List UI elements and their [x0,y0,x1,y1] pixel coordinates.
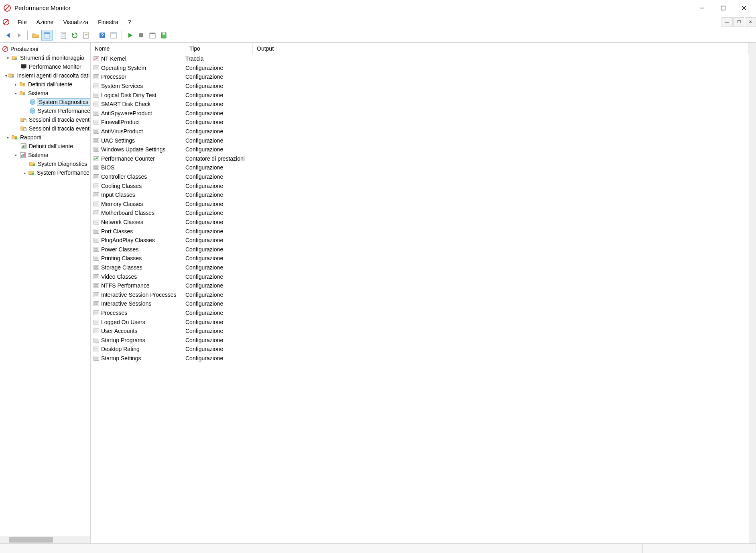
list-row[interactable]: Startup SettingsConfigurazione [91,354,749,363]
properties-button[interactable] [41,30,53,41]
tree-dcs[interactable]: ▾ Insiemi agenti di raccolta dati [0,71,90,80]
row-name: Startup Settings [101,355,141,361]
list-row[interactable]: Desktop RatingConfigurazione [91,345,749,354]
back-button[interactable] [2,30,14,41]
row-type: Configurazione [185,164,253,171]
list-row[interactable]: System ServicesConfigurazione [91,82,749,91]
row-type: Configurazione [185,119,253,125]
start-button[interactable] [124,30,136,41]
help-button[interactable] [97,30,108,41]
list-row[interactable]: NT KernelTraccia [91,54,749,63]
tree-user-defined[interactable]: ▸ Definiti dall'utente [0,80,90,89]
list-row[interactable]: Storage ClassesConfigurazione [91,263,749,272]
list-row[interactable]: Logged On UsersConfigurazione [91,317,749,326]
row-name: System Services [101,83,143,89]
column-header-type[interactable]: Tipo [185,43,253,54]
list-row[interactable]: NTFS PerformanceConfigurazione [91,281,749,290]
list-row[interactable]: Power ClassesConfigurazione [91,245,749,254]
tree-sys-perf[interactable]: System Performance [0,106,90,115]
config-icon [93,83,100,89]
list-row[interactable]: FirewallProductConfigurazione [91,118,749,127]
list-row[interactable]: AntiVirusProductConfigurazione [91,127,749,136]
menu-file[interactable]: File [13,17,32,27]
mdi-restore-button[interactable]: ❐ [733,17,744,27]
chevron-down-icon[interactable]: ▾ [4,135,11,140]
list-row[interactable]: Logical Disk Dirty TestConfigurazione [91,90,749,100]
row-type: Configurazione [185,65,253,71]
stop-button[interactable] [136,30,147,41]
list-row[interactable]: Cooling ClassesConfigurazione [91,181,749,190]
show-hide-tree-button[interactable] [30,30,41,41]
chevron-right-icon[interactable]: ▸ [12,82,19,87]
list-row[interactable]: Interactive SessionsConfigurazione [91,299,749,308]
tree-rep-system[interactable]: ▾ Sistema [0,151,90,159]
list-row[interactable]: Startup ProgramsConfigurazione [91,335,749,345]
tree-horizontal-scrollbar[interactable] [0,536,90,543]
list-row[interactable]: Network ClassesConfigurazione [91,218,749,227]
column-header-output[interactable]: Output [253,43,749,54]
list-row[interactable]: Memory ClassesConfigurazione [91,200,749,209]
tree-rep-perf[interactable]: ▸ System Performance [0,168,90,177]
list-row[interactable]: Performance CounterContatore di prestazi… [91,154,749,163]
column-header-name[interactable]: Nome [91,43,185,54]
list-row[interactable]: Input ClassesConfigurazione [91,190,749,200]
chevron-right-icon[interactable]: ▸ [21,171,28,175]
row-type: Configurazione [185,83,253,89]
schedule-button[interactable] [147,30,158,41]
list-row[interactable]: BIOSConfigurazione [91,163,749,172]
tree-perfmon[interactable]: Performance Monitor [0,62,90,71]
list-row[interactable]: Interactive Session ProcessesConfigurazi… [91,290,749,299]
config-icon [93,282,100,289]
tree-root[interactable]: Prestazioni [0,45,90,53]
menu-action[interactable]: Azione [32,17,59,27]
row-name: Operating System [101,65,146,71]
folder-green-icon [29,160,36,167]
menu-view[interactable]: Visualizza [58,17,93,27]
list-row[interactable]: PlugAndPlay ClassesConfigurazione [91,236,749,245]
tree-mon-tools[interactable]: ▾ Strumenti di monitoraggio [0,53,90,62]
mdi-minimize-button[interactable]: — [721,17,733,27]
list-row[interactable]: User AccountsConfigurazione [91,326,749,336]
config-icon [93,92,100,98]
export-button[interactable] [80,30,91,41]
list-row[interactable]: Video ClassesConfigurazione [91,272,749,281]
list-row[interactable]: Operating SystemConfigurazione [91,63,749,73]
list-row[interactable]: UAC SettingsConfigurazione [91,136,749,145]
tree-trace2[interactable]: Sessioni di traccia eventi [0,124,90,133]
list-row[interactable]: Controller ClassesConfigurazione [91,172,749,182]
config-icon [93,246,100,253]
minimize-button[interactable] [692,0,713,16]
close-button[interactable] [734,0,754,16]
list-vertical-scrollbar[interactable] [749,43,756,543]
list-row[interactable]: AntiSpywareProductConfigurazione [91,109,749,118]
maximize-button[interactable] [713,0,734,16]
save-button[interactable] [158,30,169,41]
chevron-down-icon[interactable]: ▾ [4,56,11,60]
list-row[interactable]: Printing ClassesConfigurazione [91,254,749,263]
tree-rep-user[interactable]: Definiti dall'utente [0,142,90,151]
tree-trace1[interactable]: Sessioni di traccia eventi [0,115,90,124]
row-name: SMART Disk Check [101,101,150,107]
new-page-button[interactable] [58,30,69,41]
tree-sys-diag[interactable]: System Diagnostics [0,98,90,106]
chevron-down-icon[interactable]: ▾ [4,73,8,78]
list-row[interactable]: Windows Update SettingsConfigurazione [91,145,749,154]
tree-reports[interactable]: ▾ Rapporti [0,133,90,142]
list-row[interactable]: Motherboard ClassesConfigurazione [91,208,749,218]
menu-window[interactable]: Finestra [93,17,123,27]
row-type: Configurazione [185,255,253,261]
refresh-button[interactable] [69,30,80,41]
row-name: AntiVirusProduct [101,128,143,135]
list-row[interactable]: SMART Disk CheckConfigurazione [91,100,749,109]
list-row[interactable]: ProcessesConfigurazione [91,308,749,318]
chevron-down-icon[interactable]: ▾ [12,91,19,96]
window-button[interactable] [108,30,119,41]
tree-rep-diag[interactable]: System Diagnostics [0,159,90,168]
list-row[interactable]: ProcessorConfigurazione [91,72,749,82]
menu-help[interactable]: ? [123,17,136,27]
mdi-close-button[interactable]: ✕ [745,17,756,27]
list-row[interactable]: Port ClassesConfigurazione [91,227,749,236]
chevron-down-icon[interactable]: ▾ [12,153,19,157]
forward-button[interactable] [14,30,25,41]
tree-system[interactable]: ▾ Sistema [0,89,90,98]
